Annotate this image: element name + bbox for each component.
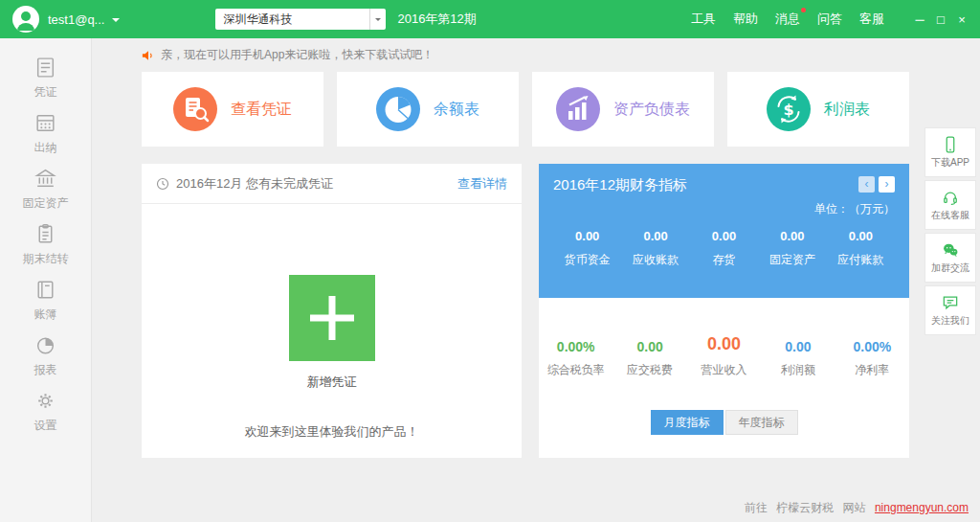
view-voucher-icon [173,87,217,131]
sidebar-item-voucher[interactable]: 凭证 [0,50,91,105]
books-icon [33,278,57,302]
metric-value: 0.00% [835,339,909,354]
phone-icon [941,135,960,154]
wechat-icon [941,240,960,260]
period-label: 2016年第12期 [397,11,476,28]
metric-label: 营业收入 [687,362,761,378]
metric-label: 存货 [690,252,758,268]
prev-period-button[interactable]: ‹ [858,176,875,193]
main-content: 亲，现在可以用手机App来记账啦，快来下载试试吧！ 查看凭证 [142,47,909,458]
metric-label: 利润额 [761,362,835,378]
sidebar-item-label: 凭证 [34,84,57,101]
reports-icon [33,333,57,357]
add-voucher-button[interactable] [289,275,375,361]
company-select-arrow-icon[interactable] [369,9,386,30]
add-voucher-label: 新增凭证 [142,374,522,391]
footer: 前往 柠檬云财税 网站 ningmengyun.com [739,500,969,516]
unfinished-voucher-panel: 2016年12月 您有未完成凭证 查看详情 新增凭证 欢迎来到这里体验我们的产品… [142,164,522,458]
download-app-button[interactable]: 下载APP [924,127,976,177]
app-window: test1@q... 深圳华通科技 2016年第12期 工具 帮助 消息 问答 … [0,0,980,522]
metric-payables: 0.00 应付账款 [827,229,895,268]
metric-label: 货币资金 [553,252,621,268]
topbar-menu: 工具 帮助 消息 问答 客服 [691,11,884,28]
username[interactable]: test1@q... [48,12,104,27]
metric-fixed-assets: 0.00 固定资产 [758,229,826,268]
sidebar-item-reports[interactable]: 报表 [0,328,91,383]
metric-value: 0.00 [690,229,758,243]
user-avatar[interactable] [12,6,39,33]
panels-row: 2016年12月 您有未完成凭证 查看详情 新增凭证 欢迎来到这里体验我们的产品… [142,164,909,458]
join-group-button[interactable]: 加群交流 [924,233,976,283]
site-link[interactable]: ningmengyun.com [875,501,969,514]
welcome-text: 欢迎来到这里体验我们的产品！ [142,423,522,441]
voucher-panel-header: 2016年12月 您有未完成凭证 查看详情 [142,164,522,204]
sidebar-item-label: 期末结转 [23,251,69,267]
metric-tax-burden-rate: 0.00% 综合税负率 [539,339,612,378]
sidebar-item-label: 出纳 [34,140,57,156]
card-view-voucher[interactable]: 查看凭证 [142,72,323,147]
rail-label: 下载APP [931,156,969,170]
card-asset-liability-sheet[interactable]: 资产负债表 [532,72,714,147]
card-label: 余额表 [434,100,479,120]
user-dropdown-caret-icon[interactable] [112,18,120,26]
metric-revenue: 0.00 营业收入 [687,334,761,378]
footer-middle: 网站 [843,501,866,514]
indicator-panel-title: 2016年12期财务指标 [553,176,855,194]
rail-label: 在线客服 [931,209,969,222]
menu-tools[interactable]: 工具 [691,11,716,28]
menu-support[interactable]: 客服 [859,11,884,28]
card-balance-sheet[interactable]: 余额表 [337,72,519,147]
next-period-button[interactable]: › [879,176,895,193]
metric-label: 应收账款 [621,252,689,268]
footer-brand: 柠檬云财税 [776,501,834,514]
sidebar-item-books[interactable]: 账簿 [0,272,91,328]
headset-icon [941,188,960,207]
promo-text: 亲，现在可以用手机App来记账啦，快来下载试试吧！ [161,47,434,63]
view-details-link[interactable]: 查看详情 [457,175,507,193]
cashier-icon [33,111,57,135]
sidebar-item-fixed-assets[interactable]: 固定资产 [0,161,91,216]
sidebar-item-carryover[interactable]: 期末结转 [0,216,91,272]
sidebar-item-label: 账簿 [34,306,57,323]
voucher-icon [33,56,57,79]
metric-label: 净利率 [835,362,909,378]
metric-tax-payable: 0.00 应交税费 [612,339,686,378]
settings-icon [33,389,57,413]
performance-metrics-row: 0.00% 综合税负率 0.00 应交税费 0.00 营业收入 0.00 [539,334,909,378]
metric-currency-funds: 0.00 货币资金 [553,229,621,268]
card-profit-sheet[interactable]: $ 利润表 [727,72,909,147]
topbar: test1@q... 深圳华通科技 2016年第12期 工具 帮助 消息 问答 … [0,0,980,38]
tab-monthly-indicators[interactable]: 月度指标 [651,410,724,435]
sidebar-item-label: 设置 [34,418,57,434]
metric-receivables: 0.00 应收账款 [621,229,689,268]
tab-yearly-indicators[interactable]: 年度指标 [725,410,798,435]
sidebar-item-label: 报表 [34,362,57,378]
speaker-icon [142,49,155,62]
financial-indicator-panel: 2016年12期财务指标 ‹ › 单位：（万元） 0.00 货币资金 0.00 [539,164,909,458]
left-sidebar: 凭证 出纳 固定资产 期末结转 账簿 [0,38,92,522]
carryover-icon [33,222,57,246]
close-button[interactable]: × [951,12,972,27]
card-label: 查看凭证 [231,100,292,120]
sidebar-item-settings[interactable]: 设置 [0,383,91,439]
company-select[interactable]: 深圳华通科技 [215,9,386,30]
menu-messages[interactable]: 消息 [775,11,800,28]
app-promo-banner: 亲，现在可以用手机App来记账啦，快来下载试试吧！ [142,47,909,63]
follow-us-button[interactable]: 关注我们 [924,285,976,335]
maximize-button[interactable]: □ [930,12,951,27]
sidebar-item-cashier[interactable]: 出纳 [0,105,91,161]
indicator-panel-header: 2016年12期财务指标 ‹ › 单位：（万元） 0.00 货币资金 0.00 [539,164,909,298]
online-service-button[interactable]: 在线客服 [924,180,976,230]
metric-label: 综合税负率 [539,362,612,378]
message-badge-dot [801,8,806,12]
svg-text:$: $ [783,101,793,119]
fixed-assets-icon [33,167,57,191]
minimize-button[interactable]: ─ [909,12,930,27]
chat-bubble-icon [941,293,960,312]
metric-value: 0.00 [758,229,826,243]
asset-liability-icon [556,87,600,131]
menu-qa[interactable]: 问答 [817,11,842,28]
metric-net-margin: 0.00% 净利率 [835,339,909,378]
metric-value: 0.00 [761,339,835,354]
menu-help[interactable]: 帮助 [733,11,758,28]
